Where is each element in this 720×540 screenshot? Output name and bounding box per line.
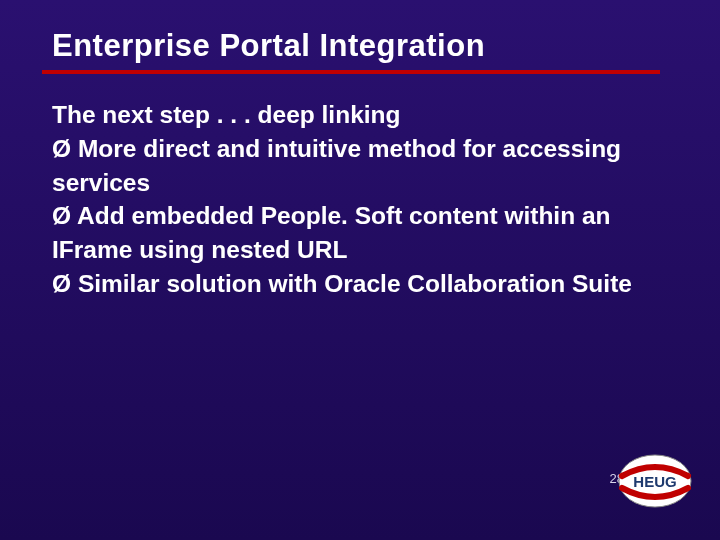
bullet-item-2: Ø Add embedded People. Soft content with… bbox=[52, 199, 684, 267]
slide-title: Enterprise Portal Integration bbox=[52, 28, 684, 64]
slide-body: The next step . . . deep linking Ø More … bbox=[52, 98, 684, 301]
bullet-item-1: Ø More direct and intuitive method for a… bbox=[52, 132, 684, 200]
bullet-marker-icon: Ø bbox=[52, 270, 71, 297]
logo-text: HEUG bbox=[633, 473, 676, 490]
bullet-text: Add embedded People. Soft content within… bbox=[52, 202, 611, 263]
bullet-marker-icon: Ø bbox=[52, 202, 71, 229]
bullet-text: Similar solution with Oracle Collaborati… bbox=[78, 270, 632, 297]
bullet-item-3: Ø Similar solution with Oracle Collabora… bbox=[52, 267, 684, 301]
bullet-text: More direct and intuitive method for acc… bbox=[52, 135, 621, 196]
slide: Enterprise Portal Integration The next s… bbox=[0, 0, 720, 540]
logo-heug: HEUG bbox=[616, 452, 694, 510]
title-underline bbox=[42, 70, 660, 74]
bullet-marker-icon: Ø bbox=[52, 135, 71, 162]
lead-text: The next step . . . deep linking bbox=[52, 98, 684, 132]
